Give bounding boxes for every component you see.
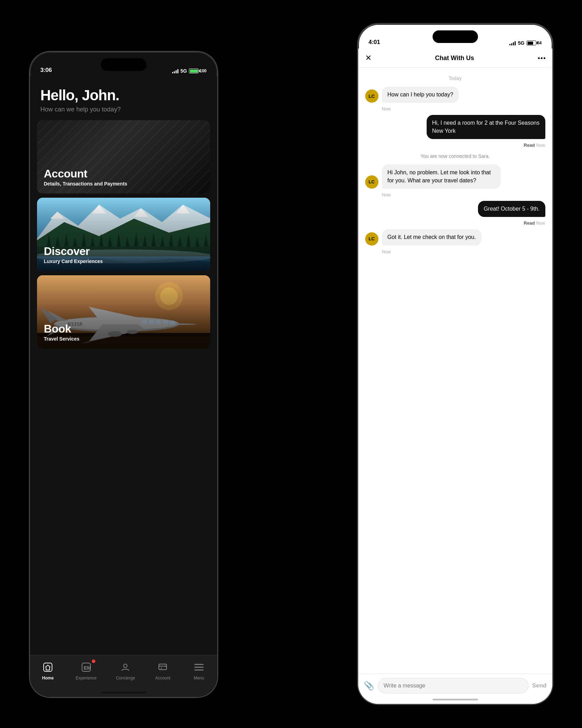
chat-row-m3: LC Hi John, no problem. Let me look into…	[365, 165, 545, 189]
greeting-sub: How can we help you today?	[40, 106, 207, 113]
nav-label-concierge: Concierge	[116, 676, 135, 680]
chat-row-m1: LC How can I help you today?	[365, 87, 545, 103]
chat-send-button[interactable]: Send	[532, 682, 547, 689]
time-right: 4:01	[369, 39, 380, 46]
dynamic-island-left	[101, 58, 146, 71]
battery-fill-left	[190, 70, 198, 73]
battery-fill-right	[528, 42, 533, 45]
battery-body-left	[189, 68, 199, 73]
phones-container: 3:06 5G 100 He	[29, 23, 553, 705]
chat-meta-m1: Now	[382, 106, 545, 111]
nav-label-menu: Menu	[194, 676, 204, 680]
dot-3	[544, 57, 545, 59]
chat-read-time-m4: Now	[536, 220, 545, 226]
card-discover-text: Discover Luxury Card Experiences	[37, 238, 210, 271]
greeting-hello: Hello, John.	[40, 87, 207, 104]
battery-left: 100	[189, 68, 206, 73]
dynamic-island-right	[433, 30, 478, 43]
chat-more-menu[interactable]	[538, 57, 545, 59]
signal-bar-1	[172, 72, 173, 73]
card-book-subtitle: Travel Services	[44, 336, 203, 342]
card-book[interactable]: N335R Book Travel Services	[37, 275, 210, 349]
connected-notice: You are now connected to Sara.	[365, 153, 545, 159]
signal-bar-3	[176, 70, 177, 73]
home-indicator-right	[433, 699, 478, 700]
card-book-title: Book	[44, 322, 203, 335]
phone-right: 4:01 5G 54 ✕	[358, 23, 553, 705]
chat-bubble-m4: Great! October 5 - 9th.	[478, 201, 545, 217]
svg-rect-53	[159, 664, 167, 670]
card-account-title: Account	[44, 167, 203, 180]
nav-item-home[interactable]: Home	[39, 660, 56, 680]
nav-item-concierge[interactable]: Concierge	[116, 660, 135, 680]
chat-avatar-m1: LC	[365, 89, 378, 103]
battery-pct-right: 54	[537, 41, 542, 45]
chat-row-m2: Hi, I need a room for 2 at the Four Seas…	[365, 115, 545, 139]
chat-meta-m4: Read Now	[365, 220, 545, 226]
chat-meta-m3: Now	[382, 192, 545, 197]
greeting-section: Hello, John. How can we help you today?	[30, 77, 217, 120]
chat-avatar-m5: LC	[365, 232, 378, 246]
chat-row-m4: Great! October 5 - 9th.	[365, 201, 545, 217]
nav-item-experience[interactable]: EM Experience	[76, 660, 97, 680]
card-discover[interactable]: Discover Luxury Card Experiences	[37, 198, 210, 271]
card-discover-subtitle: Luxury Card Experiences	[44, 259, 203, 264]
chat-read-time-m2: Now	[536, 143, 545, 148]
chat-bubble-m3: Hi John, no problem. Let me look into th…	[382, 165, 501, 189]
nav-item-menu[interactable]: Menu	[191, 660, 207, 680]
chat-meta-m2: Read Now	[365, 143, 545, 148]
network-type-left: 5G	[181, 68, 187, 74]
battery-body-right	[526, 41, 536, 45]
chat-bubble-m1: How can I help you today?	[382, 87, 459, 103]
experience-badge	[92, 660, 95, 663]
chat-date: Today	[365, 75, 545, 81]
phone-left: 3:06 5G 100 He	[29, 51, 218, 698]
chat-avatar-m3: LC	[365, 175, 378, 189]
signal-bar-r3	[513, 42, 514, 45]
attach-icon[interactable]: 📎	[364, 681, 374, 691]
dot-1	[538, 57, 540, 59]
chat-message-input[interactable]	[378, 678, 529, 693]
card-account-text: Account Details, Transactions and Paymen…	[37, 160, 210, 194]
card-account-subtitle: Details, Transactions and Payments	[44, 181, 203, 187]
chat-read-label-m2: Read	[524, 143, 535, 148]
network-type-right: 5G	[518, 40, 524, 46]
svg-text:EM: EM	[84, 665, 91, 671]
card-discover-title: Discover	[44, 245, 203, 258]
nav-label-experience: Experience	[76, 676, 97, 680]
card-account[interactable]: Account Details, Transactions and Paymen…	[37, 120, 210, 194]
account-icon	[154, 660, 171, 674]
signal-bar-r1	[509, 44, 510, 45]
battery-right: 54	[526, 41, 542, 45]
chat-row-m5: LC Got it. Let me check on that for you.	[365, 229, 545, 245]
experience-icon: EM	[78, 660, 95, 674]
left-phone-content: Hello, John. How can we help you today? …	[30, 77, 217, 697]
signal-bar-r2	[511, 43, 512, 45]
nav-label-account: Account	[155, 676, 170, 680]
battery-pct-left: 100	[199, 68, 206, 73]
cards-container: Account Details, Transactions and Paymen…	[30, 120, 217, 349]
home-indicator-left	[101, 692, 146, 693]
home-icon	[39, 660, 56, 674]
signal-bars-right	[509, 41, 516, 45]
concierge-icon	[117, 660, 134, 674]
signal-bar-2	[174, 71, 175, 73]
dot-2	[541, 57, 543, 59]
signal-bars-left	[172, 68, 178, 73]
chat-close-button[interactable]: ✕	[365, 53, 371, 63]
nav-label-home: Home	[42, 676, 54, 680]
nav-item-account[interactable]: Account	[154, 660, 171, 680]
chat-body: Today LC How can I help you today? Now H…	[358, 68, 552, 674]
status-icons-left: 5G 100	[172, 68, 207, 74]
chat-read-label-m4: Read	[524, 220, 535, 226]
svg-point-52	[124, 664, 127, 668]
signal-bar-r4	[515, 41, 516, 45]
status-icons-right: 5G 54	[509, 40, 542, 46]
chat-header: ✕ Chat With Us	[358, 49, 552, 68]
chat-bubble-m2: Hi, I need a room for 2 at the Four Seas…	[427, 115, 545, 139]
chat-title: Chat With Us	[435, 54, 474, 62]
menu-icon	[191, 660, 207, 674]
card-book-text: Book Travel Services	[37, 315, 210, 349]
chat-bubble-m5: Got it. Let me check on that for you.	[382, 229, 481, 245]
right-phone-content: ✕ Chat With Us Today LC How can I help y…	[358, 49, 552, 704]
